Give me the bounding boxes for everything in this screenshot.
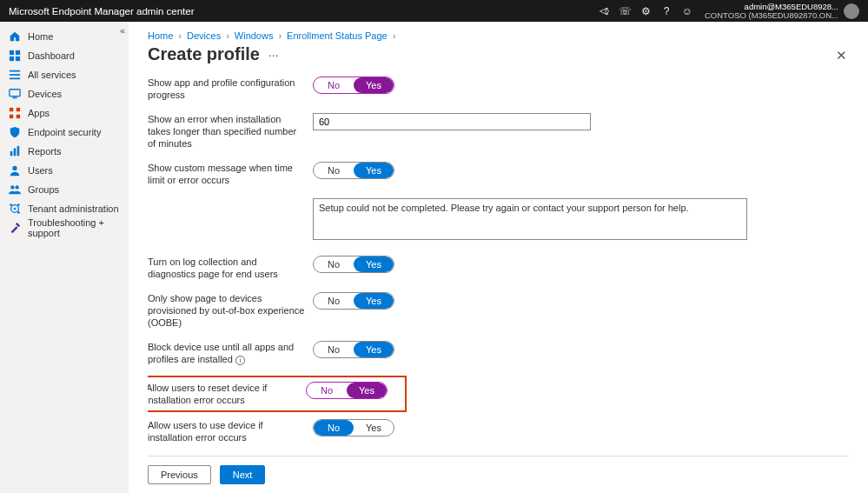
users-icon [9,183,21,196]
sidebar-item-label: Apps [28,108,50,118]
toggle-no[interactable]: No [314,342,354,357]
toggle-yes[interactable]: Yes [347,383,387,398]
top-bar: Microsoft Endpoint Manager admin center … [0,0,868,22]
sidebar-item-label: Reports [28,146,62,157]
tenant-icon [9,203,21,215]
svg-point-20 [14,208,17,210]
wizard-footer: Previous Next [148,456,849,493]
sidebar-item-label: Endpoint security [28,127,101,137]
setting-label: Allow users to use device if installatio… [148,419,313,443]
crumb-home[interactable]: Home [148,30,173,41]
toggle-allow-reset[interactable]: No Yes [306,382,388,399]
sidebar-item-home[interactable]: Home [0,27,129,46]
toggle-custom-msg[interactable]: No Yes [313,162,394,179]
toggle-log-collection[interactable]: No Yes [313,256,394,273]
toggle-yes[interactable]: Yes [354,163,394,178]
setting-label: Only show page to devices provisioned by… [148,292,313,329]
setting-label: Turn on log collection and diagnostics p… [148,256,313,280]
grid-icon [9,50,21,62]
toggle-yes[interactable]: Yes [354,342,394,357]
svg-rect-1 [16,50,20,55]
sidebar-item-devices[interactable]: Devices [0,84,129,103]
toggle-no[interactable]: No [314,256,354,272]
sidebar-item-label: Devices [28,89,62,99]
apps-icon [9,107,21,119]
sidebar-item-users[interactable]: Users [0,161,129,180]
home-icon [9,30,21,43]
sidebar-item-groups[interactable]: Groups [0,180,129,199]
account-tenant: CONTOSO (M365EDU892870.ON... [705,11,838,20]
svg-rect-0 [10,50,14,55]
info-icon[interactable]: i [235,356,245,365]
previous-button[interactable]: Previous [148,465,211,484]
svg-point-17 [10,185,14,189]
next-button[interactable]: Next [220,465,266,484]
page-title: Create profile [148,44,260,64]
collapse-sidebar-icon[interactable]: « [120,25,125,36]
more-icon[interactable]: ··· [268,48,279,62]
custom-message-textarea[interactable] [313,198,747,240]
setting-label: Show app and profile configuration progr… [148,77,313,101]
sidebar-item-label: Troubleshooting + support [28,217,120,238]
sidebar-item-tenant-administration[interactable]: Tenant administration [0,199,129,218]
crumb-windows[interactable]: Windows [235,30,274,41]
settings-gear-icon[interactable]: ⚙ [635,5,656,17]
timeout-input[interactable] [313,113,591,130]
sidebar-item-label: Groups [28,184,59,195]
toggle-allow-use[interactable]: No Yes [313,419,394,436]
toggle-block-device[interactable]: No Yes [313,341,394,358]
notifications-icon[interactable]: ☏ [614,5,635,17]
svg-rect-12 [17,115,20,118]
sidebar-item-label: Home [28,31,53,42]
svg-rect-10 [17,108,20,111]
close-icon[interactable]: ✕ [836,48,847,63]
toggle-show-progress[interactable]: No Yes [313,77,394,94]
setting-label: Allow users to reset device if installat… [148,382,306,406]
svg-point-16 [12,166,17,170]
account-block[interactable]: admin@M365EDU8928... CONTOSO (M365EDU892… [698,3,844,20]
setting-show-progress: Show app and profile configuration progr… [148,77,840,101]
svg-rect-5 [10,74,20,76]
crumb-devices[interactable]: Devices [187,30,221,41]
svg-rect-6 [10,78,20,80]
sidebar-item-apps[interactable]: Apps [0,103,129,123]
cloudshell-icon[interactable]: ⏿ [593,5,614,17]
svg-rect-13 [10,151,13,156]
sidebar-item-label: Tenant administration [28,203,119,214]
sidebar: « HomeDashboardAll servicesDevicesAppsEn… [0,22,129,493]
toggle-yes[interactable]: Yes [354,256,394,272]
svg-rect-14 [14,149,17,157]
chevron-right-icon: › [178,30,182,41]
sidebar-item-reports[interactable]: Reports [0,142,129,161]
setting-timeout: Show an error when installation takes lo… [148,113,840,150]
help-icon[interactable]: ? [656,5,677,17]
toggle-no[interactable]: No [314,77,354,93]
toggle-yes[interactable]: Yes [354,293,394,309]
setting-allow-use: Allow users to use device if installatio… [148,419,840,443]
svg-rect-8 [12,97,17,99]
toggle-no[interactable]: No [314,420,354,436]
setting-custom-msg-text [148,198,840,243]
sidebar-item-troubleshooting-support[interactable]: Troubleshooting + support [0,218,129,237]
toggle-no[interactable]: No [314,163,354,178]
avatar[interactable] [844,3,859,19]
user-icon [9,164,21,177]
report-icon [9,145,21,157]
toggle-no[interactable]: No [307,383,347,398]
chevron-right-icon: › [393,30,396,41]
shield-icon [9,126,21,138]
toggle-oobe-only[interactable]: No Yes [313,292,394,310]
feedback-icon[interactable]: ☺ [677,5,698,17]
svg-rect-4 [10,70,20,72]
toggle-yes[interactable]: Yes [354,77,394,93]
setting-oobe-only: Only show page to devices provisioned by… [148,292,840,329]
sidebar-item-label: Dashboard [28,50,75,61]
crumb-enrollment-status-page[interactable]: Enrollment Status Page [287,30,388,41]
toggle-yes[interactable]: Yes [354,420,394,436]
sidebar-item-dashboard[interactable]: Dashboard [0,46,129,65]
sidebar-item-all-services[interactable]: All services [0,65,129,84]
svg-rect-2 [10,57,14,61]
toggle-no[interactable]: No [314,293,354,309]
sidebar-item-label: All services [28,70,76,80]
sidebar-item-endpoint-security[interactable]: Endpoint security [0,123,129,142]
